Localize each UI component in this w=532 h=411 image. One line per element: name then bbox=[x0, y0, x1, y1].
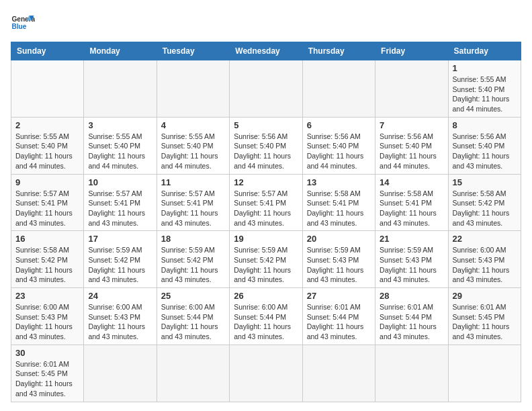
day-number: 5 bbox=[234, 120, 298, 130]
day-number: 6 bbox=[307, 120, 371, 130]
day-info: Sunrise: 6:01 AM Sunset: 5:45 PM Dayligh… bbox=[15, 359, 79, 399]
day-number: 30 bbox=[15, 348, 79, 358]
calendar-week-row: 23Sunrise: 6:00 AM Sunset: 5:43 PM Dayli… bbox=[11, 288, 521, 345]
day-number: 2 bbox=[15, 120, 79, 130]
day-info: Sunrise: 5:57 AM Sunset: 5:41 PM Dayligh… bbox=[161, 189, 225, 228]
page-header: General Blue bbox=[11, 11, 521, 35]
day-number: 27 bbox=[307, 291, 371, 301]
day-info: Sunrise: 6:00 AM Sunset: 5:43 PM Dayligh… bbox=[453, 245, 517, 285]
day-info: Sunrise: 5:59 AM Sunset: 5:42 PM Dayligh… bbox=[88, 245, 152, 285]
calendar-week-row: 1Sunrise: 5:55 AM Sunset: 5:40 PM Daylig… bbox=[11, 60, 521, 118]
day-info: Sunrise: 5:58 AM Sunset: 5:41 PM Dayligh… bbox=[307, 189, 371, 228]
calendar-cell bbox=[230, 60, 302, 118]
day-number: 7 bbox=[380, 120, 443, 130]
calendar-cell: 12Sunrise: 5:57 AM Sunset: 5:41 PM Dayli… bbox=[230, 174, 302, 231]
day-number: 18 bbox=[161, 234, 225, 244]
day-info: Sunrise: 5:58 AM Sunset: 5:41 PM Dayligh… bbox=[380, 189, 443, 228]
calendar-week-row: 30Sunrise: 6:01 AM Sunset: 5:45 PM Dayli… bbox=[11, 345, 521, 402]
calendar-cell bbox=[302, 60, 375, 118]
weekday-header-thursday: Thursday bbox=[302, 42, 375, 60]
day-number: 11 bbox=[161, 177, 225, 187]
weekday-header-tuesday: Tuesday bbox=[157, 42, 229, 60]
day-info: Sunrise: 5:58 AM Sunset: 5:42 PM Dayligh… bbox=[15, 245, 79, 285]
day-number: 10 bbox=[88, 177, 152, 187]
calendar-cell: 22Sunrise: 6:00 AM Sunset: 5:43 PM Dayli… bbox=[448, 231, 521, 288]
weekday-header-sunday: Sunday bbox=[11, 42, 84, 60]
calendar-cell: 14Sunrise: 5:58 AM Sunset: 5:41 PM Dayli… bbox=[375, 174, 448, 231]
day-number: 16 bbox=[15, 234, 79, 244]
calendar-cell: 8Sunrise: 5:56 AM Sunset: 5:40 PM Daylig… bbox=[448, 117, 521, 174]
weekday-header-saturday: Saturday bbox=[448, 42, 521, 60]
calendar-cell bbox=[230, 345, 302, 402]
day-info: Sunrise: 5:56 AM Sunset: 5:40 PM Dayligh… bbox=[453, 132, 517, 171]
day-number: 1 bbox=[453, 63, 517, 73]
logo: General Blue bbox=[11, 11, 35, 35]
day-info: Sunrise: 5:59 AM Sunset: 5:43 PM Dayligh… bbox=[380, 245, 443, 285]
calendar-cell: 7Sunrise: 5:56 AM Sunset: 5:40 PM Daylig… bbox=[375, 117, 448, 174]
day-number: 25 bbox=[161, 291, 225, 301]
day-info: Sunrise: 6:00 AM Sunset: 5:43 PM Dayligh… bbox=[88, 302, 152, 342]
calendar-cell bbox=[157, 60, 229, 118]
day-info: Sunrise: 5:55 AM Sunset: 5:40 PM Dayligh… bbox=[453, 75, 517, 114]
calendar-cell: 17Sunrise: 5:59 AM Sunset: 5:42 PM Dayli… bbox=[84, 231, 157, 288]
day-number: 19 bbox=[234, 234, 298, 244]
day-info: Sunrise: 5:57 AM Sunset: 5:41 PM Dayligh… bbox=[88, 189, 152, 228]
day-number: 22 bbox=[453, 234, 517, 244]
calendar-cell bbox=[375, 60, 448, 118]
day-info: Sunrise: 5:57 AM Sunset: 5:41 PM Dayligh… bbox=[15, 189, 79, 228]
day-info: Sunrise: 5:56 AM Sunset: 5:40 PM Dayligh… bbox=[307, 132, 371, 171]
day-info: Sunrise: 5:58 AM Sunset: 5:42 PM Dayligh… bbox=[453, 189, 517, 228]
calendar-week-row: 9Sunrise: 5:57 AM Sunset: 5:41 PM Daylig… bbox=[11, 174, 521, 231]
day-info: Sunrise: 5:55 AM Sunset: 5:40 PM Dayligh… bbox=[15, 132, 79, 171]
calendar-cell: 23Sunrise: 6:00 AM Sunset: 5:43 PM Dayli… bbox=[11, 288, 84, 345]
calendar-cell: 3Sunrise: 5:55 AM Sunset: 5:40 PM Daylig… bbox=[84, 117, 157, 174]
calendar-table: SundayMondayTuesdayWednesdayThursdayFrid… bbox=[11, 42, 521, 402]
calendar-week-row: 16Sunrise: 5:58 AM Sunset: 5:42 PM Dayli… bbox=[11, 231, 521, 288]
calendar-cell: 10Sunrise: 5:57 AM Sunset: 5:41 PM Dayli… bbox=[84, 174, 157, 231]
calendar-cell bbox=[84, 345, 157, 402]
day-number: 21 bbox=[380, 234, 443, 244]
weekday-header-row: SundayMondayTuesdayWednesdayThursdayFrid… bbox=[11, 42, 521, 60]
day-info: Sunrise: 6:01 AM Sunset: 5:44 PM Dayligh… bbox=[307, 302, 371, 342]
calendar-cell: 24Sunrise: 6:00 AM Sunset: 5:43 PM Dayli… bbox=[84, 288, 157, 345]
calendar-cell bbox=[84, 60, 157, 118]
day-number: 14 bbox=[380, 177, 443, 187]
day-number: 28 bbox=[380, 291, 443, 301]
calendar-cell: 5Sunrise: 5:56 AM Sunset: 5:40 PM Daylig… bbox=[230, 117, 302, 174]
svg-text:Blue: Blue bbox=[11, 23, 26, 30]
day-number: 15 bbox=[453, 177, 517, 187]
day-info: Sunrise: 5:57 AM Sunset: 5:41 PM Dayligh… bbox=[234, 189, 298, 228]
day-info: Sunrise: 5:59 AM Sunset: 5:43 PM Dayligh… bbox=[307, 245, 371, 285]
calendar-cell: 27Sunrise: 6:01 AM Sunset: 5:44 PM Dayli… bbox=[302, 288, 375, 345]
calendar-cell: 9Sunrise: 5:57 AM Sunset: 5:41 PM Daylig… bbox=[11, 174, 84, 231]
day-info: Sunrise: 6:00 AM Sunset: 5:43 PM Dayligh… bbox=[15, 302, 79, 342]
day-number: 20 bbox=[307, 234, 371, 244]
calendar-cell bbox=[11, 60, 84, 118]
calendar-week-row: 2Sunrise: 5:55 AM Sunset: 5:40 PM Daylig… bbox=[11, 117, 521, 174]
calendar-cell: 26Sunrise: 6:00 AM Sunset: 5:44 PM Dayli… bbox=[230, 288, 302, 345]
calendar-cell bbox=[375, 345, 448, 402]
day-info: Sunrise: 6:00 AM Sunset: 5:44 PM Dayligh… bbox=[234, 302, 298, 342]
calendar-cell: 30Sunrise: 6:01 AM Sunset: 5:45 PM Dayli… bbox=[11, 345, 84, 402]
day-number: 26 bbox=[234, 291, 298, 301]
day-info: Sunrise: 6:00 AM Sunset: 5:44 PM Dayligh… bbox=[161, 302, 225, 342]
calendar-cell: 20Sunrise: 5:59 AM Sunset: 5:43 PM Dayli… bbox=[302, 231, 375, 288]
day-number: 23 bbox=[15, 291, 79, 301]
calendar-cell: 4Sunrise: 5:55 AM Sunset: 5:40 PM Daylig… bbox=[157, 117, 229, 174]
calendar-cell: 19Sunrise: 5:59 AM Sunset: 5:42 PM Dayli… bbox=[230, 231, 302, 288]
day-info: Sunrise: 5:59 AM Sunset: 5:42 PM Dayligh… bbox=[161, 245, 225, 285]
calendar-cell bbox=[302, 345, 375, 402]
calendar-cell: 29Sunrise: 6:01 AM Sunset: 5:45 PM Dayli… bbox=[448, 288, 521, 345]
day-number: 29 bbox=[453, 291, 517, 301]
calendar-cell: 1Sunrise: 5:55 AM Sunset: 5:40 PM Daylig… bbox=[448, 60, 521, 118]
day-number: 12 bbox=[234, 177, 298, 187]
calendar-cell: 6Sunrise: 5:56 AM Sunset: 5:40 PM Daylig… bbox=[302, 117, 375, 174]
weekday-header-wednesday: Wednesday bbox=[230, 42, 302, 60]
calendar-cell bbox=[157, 345, 229, 402]
calendar-cell: 28Sunrise: 6:01 AM Sunset: 5:44 PM Dayli… bbox=[375, 288, 448, 345]
calendar-cell: 21Sunrise: 5:59 AM Sunset: 5:43 PM Dayli… bbox=[375, 231, 448, 288]
calendar-cell: 13Sunrise: 5:58 AM Sunset: 5:41 PM Dayli… bbox=[302, 174, 375, 231]
logo-icon: General Blue bbox=[11, 11, 35, 35]
day-number: 3 bbox=[88, 120, 152, 130]
day-info: Sunrise: 5:56 AM Sunset: 5:40 PM Dayligh… bbox=[234, 132, 298, 171]
